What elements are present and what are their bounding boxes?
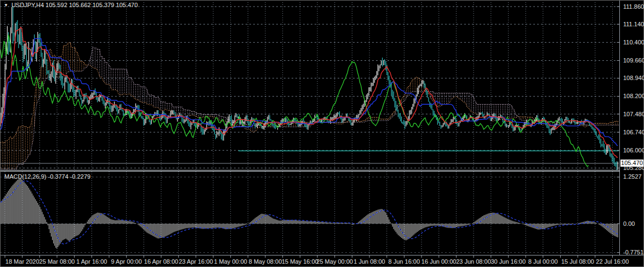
- time-tick-label: 25 May 00:00: [316, 258, 353, 265]
- time-tick-label: 22 Jul 16:00: [596, 258, 629, 265]
- macd-tick-label: 1.2527: [623, 173, 642, 180]
- trading-chart-window: 111.860111.140110.400109.660108.940108.2…: [0, 0, 644, 267]
- time-tick-label: 1 Jun 08:00: [354, 258, 385, 265]
- time-tick-label: 15 May 16:00: [282, 258, 318, 265]
- collapse-indicator-icon[interactable]: ▼: [4, 3, 8, 8]
- time-tick-label: 16 Apr 08:00: [144, 258, 178, 265]
- price-tick-label: 111.140: [623, 21, 644, 27]
- time-tick-label: 23 Apr 16:00: [179, 258, 213, 265]
- time-axis[interactable]: 18 Mar 202025 Mar 08:001 Apr 16:009 Apr …: [0, 255, 629, 267]
- time-tick-label: 16 Jun 00:00: [421, 258, 457, 265]
- time-tick-label: 8 May 08:00: [249, 258, 282, 265]
- time-tick-label: 18 Mar 2020: [5, 258, 39, 265]
- chart-background: [0, 0, 644, 267]
- time-tick-label: 8 Jul 00:00: [528, 258, 558, 265]
- macd-tick-label: 0.00: [623, 220, 635, 227]
- price-tick-label: 108.940: [623, 75, 644, 81]
- time-tick-label: 9 Apr 00:00: [111, 258, 142, 265]
- time-tick-label: 15 Jul 08:00: [561, 258, 594, 265]
- time-tick-label: 1 May 00:00: [214, 258, 247, 265]
- chart-canvas[interactable]: 111.860111.140110.400109.660108.940108.2…: [0, 0, 644, 267]
- price-tick-label: 105.280: [623, 164, 644, 171]
- price-axis[interactable]: 111.860111.140110.400109.660108.940108.2…: [617, 0, 644, 171]
- price-tick-label: 106.740: [623, 129, 644, 135]
- price-tick-label: 110.400: [623, 39, 644, 46]
- price-tick-label: 108.200: [623, 93, 644, 99]
- time-tick-label: 25 Mar 08:00: [39, 258, 75, 265]
- macd-tick-label: -0.7751: [623, 249, 643, 255]
- price-tick-label: 109.660: [623, 57, 644, 64]
- time-tick-label: 8 Jun 16:00: [389, 258, 420, 265]
- price-tick-label: 107.480: [623, 111, 644, 117]
- time-tick-label: 23 Jun 08:00: [456, 258, 491, 265]
- price-tick-label: 106.000: [623, 147, 644, 154]
- time-tick-label: 1 Apr 16:00: [76, 258, 107, 265]
- price-tick-label: 111.860: [623, 3, 644, 10]
- time-tick-label: 30 Jun 16:00: [491, 258, 526, 265]
